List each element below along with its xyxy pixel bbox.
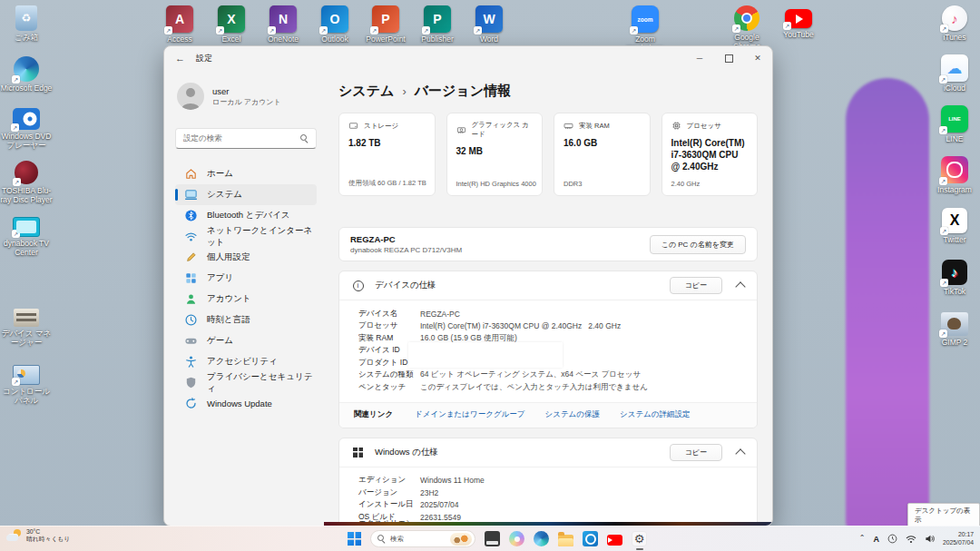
link-domain-workgroup[interactable]: ドメインまたはワークグループ <box>415 409 524 420</box>
desktop-icon-instagram[interactable]: Instagram <box>928 156 980 195</box>
taskbar-clock[interactable]: 20:17 2025/07/04 <box>943 531 974 547</box>
shortcut-arrow-icon <box>940 227 948 235</box>
sidebar-item-personalization[interactable]: 個人用設定 <box>175 247 317 268</box>
desktop-icon-icloud[interactable]: iCloud <box>928 54 980 93</box>
minimize-button[interactable]: ─ <box>685 46 714 70</box>
device-manager-icon <box>14 309 39 327</box>
shortcut-arrow-icon <box>474 26 482 34</box>
search-placeholder: 設定の検索 <box>183 133 300 144</box>
shortcut-arrow-icon <box>422 26 430 34</box>
desktop-icon-twitter[interactable]: Twitter <box>928 208 980 245</box>
chevron-up-icon[interactable] <box>735 448 745 458</box>
weather-icon <box>6 529 22 542</box>
outlook-icon[interactable] <box>583 531 598 546</box>
desktop-icon-excel[interactable]: Excel <box>205 5 258 44</box>
account-block[interactable]: user ローカル アカウント <box>177 83 317 110</box>
edge-icon[interactable] <box>534 531 549 546</box>
volume-icon[interactable] <box>925 534 935 544</box>
sidebar-item-privacy-security[interactable]: プライバシーとセキュリティ <box>175 372 317 393</box>
hidden-icons-chevron[interactable]: ⌃ <box>859 534 866 542</box>
copilot-icon[interactable] <box>509 531 524 546</box>
desktop-icon-dvd-player[interactable]: Windows DVDプレーヤー <box>0 105 53 151</box>
start-button[interactable] <box>348 532 361 546</box>
desktop-icon-toshiba-bluray[interactable]: TOSHIBA Blu-ray Disc Player <box>0 159 53 205</box>
close-button[interactable]: ✕ <box>743 46 772 70</box>
desktop-icon-youtube[interactable]: YouTube <box>772 5 825 40</box>
account-name: user <box>212 86 281 96</box>
desktop-icon-tv-center[interactable]: dynabook TV Center <box>0 211 53 258</box>
redaction-box <box>408 342 563 368</box>
file-explorer-icon[interactable] <box>558 535 573 546</box>
link-system-protection[interactable]: システムの保護 <box>545 409 601 420</box>
back-icon[interactable]: ← <box>175 53 185 64</box>
desktop-icon-onenote[interactable]: OneNote <box>257 5 309 44</box>
taskbar-search-box[interactable]: 検索 <box>370 530 475 547</box>
zoom-icon <box>632 5 659 33</box>
home-icon <box>184 167 198 181</box>
settings-nav: ホーム システム Bluetooth とデバイス ネットワークとインターネット … <box>175 163 317 414</box>
tray-clock-icon[interactable] <box>887 534 897 544</box>
shortcut-arrow-icon <box>939 177 947 185</box>
window-titlebar[interactable]: ← 設定 ─ ✕ <box>164 46 772 70</box>
desktop-icon-control-panel[interactable]: コントロール パネル <box>0 359 53 406</box>
card-caption: 使用領域 60 GB / 1.82 TB <box>348 179 426 188</box>
taskbar-weather-widget[interactable]: 30°C 晴れ時々くもり <box>6 528 70 544</box>
desktop-icon-label: YouTube <box>783 31 813 40</box>
wifi-icon[interactable] <box>906 535 916 544</box>
taskbar-app-icon[interactable] <box>485 531 500 546</box>
desktop-icon-label: Microsoft Edge <box>1 84 53 93</box>
copy-button[interactable]: コピー <box>670 277 722 294</box>
youtube-icon[interactable] <box>607 535 622 546</box>
desktop-icon-edge[interactable]: Microsoft Edge <box>0 56 53 93</box>
desktop-icon-itunes[interactable]: iTunes <box>928 5 980 43</box>
sidebar-item-bluetooth-devices[interactable]: Bluetooth とデバイス <box>175 205 317 226</box>
link-advanced-system-settings[interactable]: システムの詳細設定 <box>620 409 691 420</box>
sidebar-item-windows-update[interactable]: Windows Update <box>175 393 317 414</box>
spec-cards: ストレージ 1.82 TB 使用領域 60 GB / 1.82 TB グラフィッ… <box>338 113 758 196</box>
sidebar-item-network-internet[interactable]: ネットワークとインターネット <box>175 226 317 247</box>
desktop-icon-line[interactable]: LINE <box>928 105 980 144</box>
sidebar-item-home[interactable]: ホーム <box>175 163 317 184</box>
sidebar-item-time-language[interactable]: 時刻と言語 <box>175 310 317 330</box>
desktop-icon-powerpoint[interactable]: PowerPoint <box>359 5 412 44</box>
sidebar-item-gaming[interactable]: ゲーム <box>175 330 317 351</box>
chevron-up-icon[interactable] <box>735 281 745 291</box>
desktop-icon-outlook[interactable]: Outlook <box>309 5 361 44</box>
windows-spec-rows: エディションWindows 11 Home バージョン23H2 インストール日2… <box>339 467 757 526</box>
rename-pc-button[interactable]: この PC の名前を変更 <box>650 235 746 254</box>
sidebar-item-system[interactable]: システム <box>175 184 317 205</box>
sidebar-item-label: アカウント <box>207 293 251 305</box>
access-icon <box>166 5 193 33</box>
desktop-icon-recycle-bin[interactable]: ごみ箱 <box>0 5 53 43</box>
settings-gear-icon[interactable]: ⚙ <box>632 531 647 546</box>
sidebar-item-label: ネットワークとインターネット <box>207 225 317 249</box>
system-icon <box>184 188 198 202</box>
desktop-icon-access[interactable]: Access <box>153 5 206 44</box>
desktop-icon-tiktok[interactable]: TikTok <box>928 260 980 297</box>
sidebar-item-apps[interactable]: アプリ <box>175 268 317 289</box>
desktop-icon-label: iCloud <box>944 84 965 93</box>
maximize-button[interactable] <box>714 46 743 70</box>
settings-main: システム › バージョン情報 ストレージ 1.82 TB 使用領域 60 GB … <box>324 70 772 526</box>
shortcut-arrow-icon <box>12 75 20 84</box>
device-spec-header[interactable]: i デバイスの仕様 コピー <box>339 271 757 300</box>
desktop-icon-device-manager[interactable]: デバイス マネージャー <box>0 303 53 348</box>
sidebar-item-label: 時刻と言語 <box>207 314 250 326</box>
windows-spec-header[interactable]: Windows の仕様 コピー <box>339 438 757 467</box>
ime-indicator[interactable]: A <box>873 535 879 544</box>
spec-row: デバイス名REGZA-PC <box>358 308 757 320</box>
card-label: 実装 RAM <box>579 122 610 131</box>
desktop-icon-publisher[interactable]: Publisher <box>411 5 464 44</box>
breadcrumb-parent[interactable]: システム <box>338 83 394 100</box>
desktop-icon-gimp[interactable]: GIMP 2 <box>928 310 980 348</box>
settings-search-input[interactable]: 設定の検索 <box>175 128 317 149</box>
sidebar-item-accessibility[interactable]: アクセシビリティ <box>175 351 317 372</box>
update-icon <box>184 397 198 410</box>
copy-button[interactable]: コピー <box>670 444 722 461</box>
card-value: Intel(R) Core(TM) i7-3630QM CPU @ 2.40GH… <box>671 137 749 172</box>
sidebar-item-accounts[interactable]: アカウント <box>175 289 317 310</box>
desktop-icon-google-chrome[interactable]: Google Chrome <box>720 5 773 52</box>
desktop-icon-word[interactable]: Word <box>463 5 515 44</box>
search-icon <box>300 134 309 143</box>
desktop-icon-label: LINE <box>946 135 964 144</box>
